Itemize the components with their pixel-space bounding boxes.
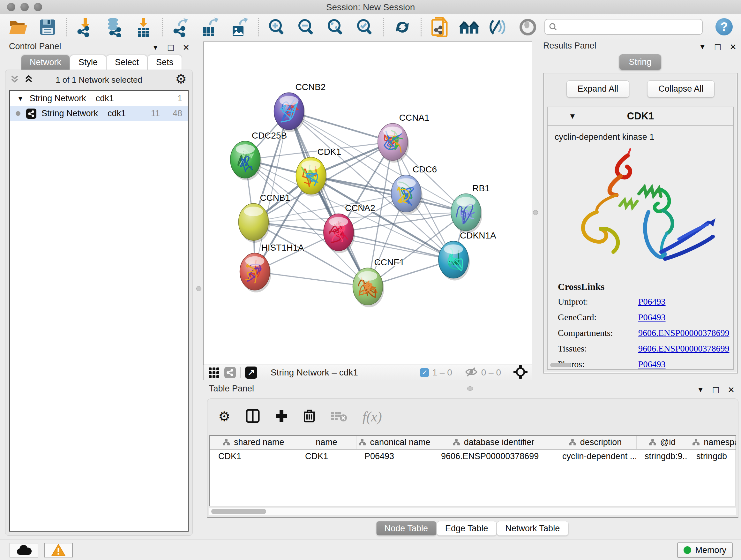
import-network-file-icon[interactable] xyxy=(75,17,95,37)
export-network-icon[interactable] xyxy=(171,17,191,37)
float-panel-icon[interactable]: □ xyxy=(713,385,719,395)
network-edge[interactable] xyxy=(255,272,368,287)
pan-crosshair-icon[interactable] xyxy=(514,365,528,380)
table-cell[interactable]: CDK1 xyxy=(210,449,297,463)
memory-button[interactable]: Memory xyxy=(677,543,733,558)
open-session-icon[interactable] xyxy=(8,17,28,37)
zoom-in-icon[interactable] xyxy=(267,17,287,37)
delete-column-icon[interactable] xyxy=(303,409,315,424)
column-header[interactable]: shared name xyxy=(210,436,297,449)
left-splitter-handle[interactable] xyxy=(196,286,201,291)
results-panel-title: Results Panel xyxy=(543,41,596,51)
string-document-icon[interactable] xyxy=(430,17,450,37)
string-network-graph[interactable]: CCNB2CCNA1CDC25BCDK1CDC6RB1CCNB1CCNA2HIS… xyxy=(204,42,532,365)
tab-sets[interactable]: Sets xyxy=(147,55,182,70)
tab-select[interactable]: Select xyxy=(106,55,147,70)
network-edge[interactable] xyxy=(289,111,368,287)
column-header[interactable]: namespace xyxy=(688,436,736,449)
panel-menu-icon[interactable]: ▼ xyxy=(152,44,159,51)
import-network-database-icon[interactable] xyxy=(105,17,124,37)
tab-style[interactable]: Style xyxy=(70,55,106,70)
table-cell[interactable]: CDK1 xyxy=(297,449,356,463)
column-header[interactable]: canonical name xyxy=(356,436,433,449)
search-input[interactable] xyxy=(557,20,702,33)
home-icon[interactable] xyxy=(459,17,479,37)
refresh-icon[interactable] xyxy=(393,17,412,37)
tab-edge-table[interactable]: Edge Table xyxy=(436,521,497,536)
help-button[interactable]: ? xyxy=(716,18,733,36)
import-table-icon[interactable] xyxy=(134,17,153,37)
table-row[interactable]: CDK1CDK1P064939606.ENSP00000378699cyclin… xyxy=(210,449,736,463)
float-panel-icon[interactable]: □ xyxy=(168,43,174,52)
crosslink-uniprot-link[interactable]: P06493 xyxy=(638,297,666,307)
zoom-fit-icon[interactable] xyxy=(326,17,346,37)
network-view-toolbar: ↗ String Network – cdk1 ✓ 1 – 0 0 – 0 xyxy=(203,365,532,380)
table-hscrollbar[interactable] xyxy=(209,508,736,515)
crosslink-genecard-link[interactable]: P06493 xyxy=(638,312,666,322)
collection-expand-icon[interactable]: ▼ xyxy=(17,95,24,103)
gene-card-header[interactable]: ▼ CDK1 xyxy=(548,107,733,126)
show-columns-icon[interactable] xyxy=(246,409,260,424)
zoom-out-icon[interactable] xyxy=(296,17,316,37)
table-cell[interactable]: stringdb:9... xyxy=(636,449,688,463)
close-panel-icon[interactable]: ✕ xyxy=(730,43,737,51)
export-table-icon[interactable] xyxy=(200,17,220,37)
network-node-cdkn1a[interactable]: CDKN1A xyxy=(439,231,496,280)
table-hscrollbar-thumb[interactable] xyxy=(211,509,266,514)
node-label: CCNB1 xyxy=(260,193,290,203)
node-table[interactable]: shared namenamecanonical namedatabase id… xyxy=(209,435,736,506)
network-node-ccnb1[interactable]: CCNB1 xyxy=(239,193,290,243)
save-session-icon[interactable] xyxy=(38,17,57,37)
close-panel-icon[interactable]: ✕ xyxy=(728,386,735,394)
panel-menu-icon[interactable]: ▼ xyxy=(697,386,704,393)
network-options-gear-icon[interactable]: ⚙ xyxy=(175,72,187,85)
network-node-rb1[interactable]: RB1 xyxy=(451,183,489,233)
tab-network[interactable]: Network xyxy=(21,55,70,70)
table-cell[interactable]: 9606.ENSP00000378699 xyxy=(433,449,554,463)
column-header[interactable]: name xyxy=(297,436,356,449)
expand-all-button[interactable]: Expand All xyxy=(566,80,630,98)
column-header[interactable]: @id xyxy=(636,436,688,449)
panel-menu-icon[interactable]: ▼ xyxy=(699,44,706,51)
gene-card-collapse-icon[interactable]: ▼ xyxy=(569,112,576,121)
column-header[interactable]: database identifier xyxy=(433,436,554,449)
table-cell[interactable]: cyclin-dependent ... xyxy=(554,449,636,463)
hide-unhide-icon[interactable] xyxy=(488,17,509,37)
cloud-status-button[interactable] xyxy=(10,543,38,557)
zoom-selected-icon[interactable] xyxy=(355,17,375,37)
table-cell[interactable]: stringdb xyxy=(688,449,736,463)
tab-string-results[interactable]: String xyxy=(619,54,661,70)
network-collection-row[interactable]: ▼ String Network – cdk1 1 xyxy=(10,91,188,106)
network-status-dot xyxy=(16,111,20,116)
tab-node-table[interactable]: Node Table xyxy=(376,521,436,536)
crosslink-tissues-link[interactable]: 9606.ENSP00000378699 xyxy=(638,344,729,354)
gray-orb-icon[interactable] xyxy=(518,17,538,37)
network-canvas[interactable]: CCNB2CCNA1CDC25BCDK1CDC6RB1CCNB1CCNA2HIS… xyxy=(203,42,532,365)
column-header[interactable]: description xyxy=(554,436,636,449)
crosslink-pharos-link[interactable]: P06493 xyxy=(638,359,666,369)
network-node-ccnb2[interactable]: CCNB2 xyxy=(274,82,326,132)
table-cell[interactable]: P06493 xyxy=(356,449,433,463)
network-node-ccne1[interactable]: CCNE1 xyxy=(353,257,405,307)
add-column-icon[interactable] xyxy=(275,410,288,424)
network-node-hist1h1a[interactable]: HIST1H1A xyxy=(240,243,304,293)
network-node-cdc6[interactable]: CDC6 xyxy=(391,165,437,214)
results-scrollbar-thumb[interactable] xyxy=(550,363,571,367)
tab-network-table[interactable]: Network Table xyxy=(497,521,569,536)
birdseye-view-icon[interactable] xyxy=(209,368,219,378)
warnings-button[interactable] xyxy=(44,543,73,557)
string-style-icon[interactable] xyxy=(224,367,236,378)
export-image-icon[interactable] xyxy=(230,17,250,37)
table-options-gear-icon[interactable]: ⚙ xyxy=(218,410,230,423)
network-node-ccna1[interactable]: CCNA1 xyxy=(378,113,429,163)
collapse-all-button[interactable]: Collapse All xyxy=(647,80,715,98)
close-panel-icon[interactable]: ✕ xyxy=(183,44,190,52)
network-row[interactable]: String Network – cdk1 11 48 xyxy=(10,106,188,121)
right-splitter-handle[interactable] xyxy=(533,210,538,215)
selected-nodes-checkbox[interactable]: ✓ xyxy=(420,368,429,377)
crosslink-compartments-link[interactable]: 9606.ENSP00000378699 xyxy=(638,328,729,338)
open-in-string-icon[interactable]: ↗ xyxy=(245,367,257,379)
hidden-elements-icon[interactable] xyxy=(465,367,478,379)
float-panel-icon[interactable]: □ xyxy=(715,42,721,52)
results-panel: Results Panel ▼ □ ✕ String Expand All Co… xyxy=(539,41,741,381)
